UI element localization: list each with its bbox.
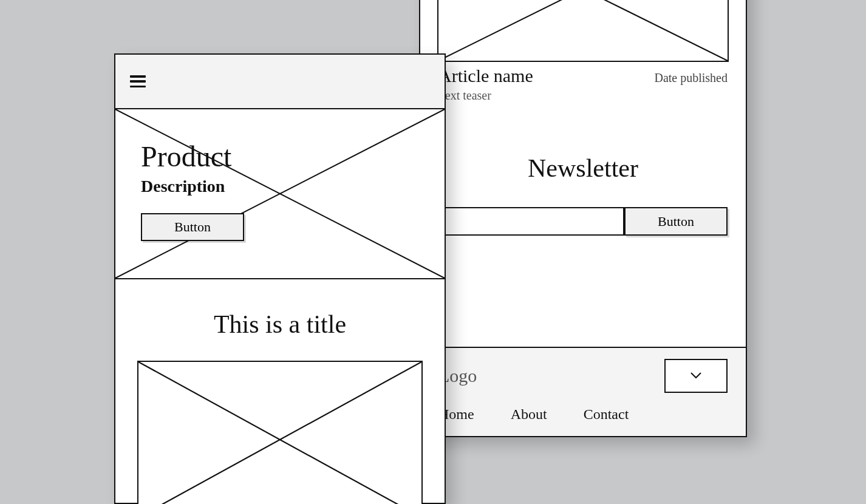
- wireframe-back: Article name Date published Text teaser …: [419, 0, 747, 437]
- content-image-placeholder: [137, 361, 423, 504]
- hero-button[interactable]: Button: [141, 213, 244, 241]
- footer-dropdown[interactable]: [664, 359, 728, 393]
- footer-nav-about[interactable]: About: [511, 406, 547, 423]
- footer: Logo Home About Contact: [420, 347, 746, 436]
- hamburger-icon[interactable]: [130, 75, 146, 87]
- svg-line-5: [138, 362, 421, 504]
- hero-title: Product: [141, 140, 244, 173]
- newsletter-button[interactable]: Button: [624, 207, 728, 236]
- hero-description: Description: [141, 177, 244, 196]
- hero-overlay: Product Description Button: [141, 140, 244, 241]
- footer-nav-contact[interactable]: Contact: [584, 406, 629, 423]
- svg-line-1: [438, 0, 728, 61]
- newsletter-heading: Newsletter: [420, 154, 746, 183]
- hero-image-placeholder: Product Description Button: [115, 109, 445, 279]
- svg-line-0: [438, 0, 728, 61]
- article-date: Date published: [654, 71, 728, 85]
- article-image-placeholder: [437, 0, 729, 62]
- svg-line-4: [138, 362, 421, 504]
- footer-nav: Home About Contact: [438, 406, 728, 423]
- article-name: Article name: [438, 66, 533, 86]
- chevron-down-icon: [690, 372, 701, 380]
- article-teaser: Text teaser: [420, 86, 746, 105]
- wireframe-front: Product Description Button This is a tit…: [114, 53, 446, 504]
- header-bar: [115, 55, 445, 109]
- section-title: This is a title: [115, 310, 445, 339]
- newsletter-input[interactable]: [438, 207, 624, 236]
- newsletter-form: Button: [438, 207, 728, 236]
